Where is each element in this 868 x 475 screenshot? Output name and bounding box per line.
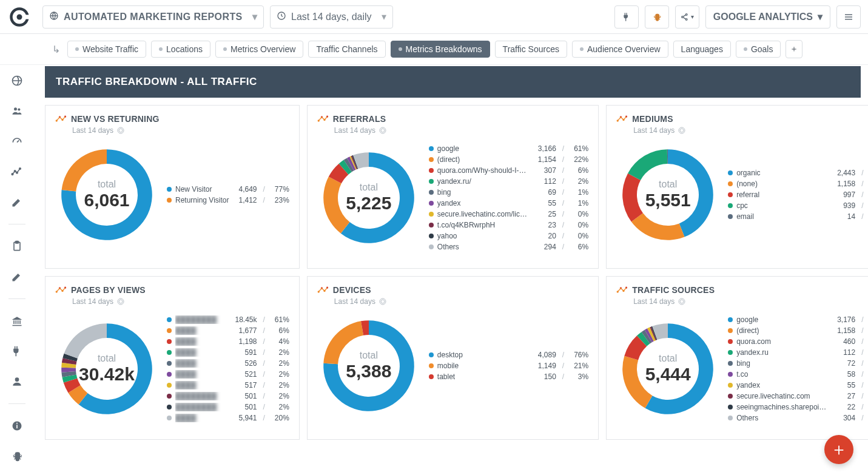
legend-bullet xyxy=(429,157,434,162)
legend-value: 14 xyxy=(831,212,855,221)
tab-label: Locations xyxy=(166,44,203,54)
dot-icon xyxy=(159,47,163,51)
info-icon[interactable] xyxy=(6,415,28,437)
svg-point-13 xyxy=(16,172,18,173)
add-tab-button[interactable]: ＋ xyxy=(786,40,802,58)
legend-bullet xyxy=(167,187,172,192)
legend-bullet xyxy=(429,352,434,357)
total-value: 5,444 xyxy=(645,364,691,385)
legend-row: (direct)1,158/21% xyxy=(728,325,868,336)
share-button[interactable]: ▾ xyxy=(675,5,699,29)
legend-value: 18.45k xyxy=(233,315,257,324)
legend-row: (direct)1,154/22% xyxy=(429,154,588,165)
plug-icon[interactable] xyxy=(6,340,28,362)
legend-row: referral997/18% xyxy=(728,189,868,200)
legend-name: ████ xyxy=(175,359,229,368)
legend-pct: 22% xyxy=(570,155,588,164)
dot-icon xyxy=(75,47,79,51)
legend-name: (direct) xyxy=(736,326,827,335)
legend-name: Returning Visitor xyxy=(175,196,229,204)
svg-point-43 xyxy=(119,300,123,303)
legend-value: 27 xyxy=(831,392,855,400)
legend-bullet xyxy=(728,339,733,344)
tabs-row: ↳ Website TrafficLocationsMetrics Overvi… xyxy=(0,34,868,65)
legend-value: 1,149 xyxy=(532,362,556,370)
legend-value: 304 xyxy=(831,414,855,422)
people-icon[interactable] xyxy=(6,100,28,122)
legend-bullet xyxy=(429,363,434,368)
account-icon[interactable] xyxy=(6,371,28,392)
tab-traffic-sources[interactable]: Traffic Sources xyxy=(495,41,567,58)
legend-name: seeingmachines.sharepoint… xyxy=(736,403,827,411)
svg-point-25 xyxy=(119,129,123,132)
legend-pct: 0% xyxy=(570,210,588,218)
bug-button[interactable] xyxy=(645,5,669,29)
tab-languages[interactable]: Languages xyxy=(673,41,731,58)
widget-subtitle: Last 14 days xyxy=(334,126,588,135)
legend-row: yandex55/1% xyxy=(728,380,868,391)
legend-bullet xyxy=(728,203,733,208)
legend-row: ████1,198/4% xyxy=(167,336,289,347)
tab-label: Traffic Channels xyxy=(316,44,377,54)
tab-traffic-channels[interactable]: Traffic Channels xyxy=(308,41,385,58)
legend-pct: 23% xyxy=(271,196,289,204)
tab-metrics-overview[interactable]: Metrics Overview xyxy=(215,41,303,58)
legend-row: ████1,677/6% xyxy=(167,325,289,336)
legend-name: ████████ xyxy=(175,315,229,324)
plug-button[interactable] xyxy=(614,5,639,29)
legend-bullet xyxy=(728,214,733,219)
legend-name: Others xyxy=(736,414,827,422)
svg-point-12 xyxy=(14,170,16,172)
tab-metrics-breakdowns[interactable]: Metrics Breakdowns xyxy=(391,41,490,58)
legend-name: organic xyxy=(736,169,827,177)
clipboard-icon[interactable] xyxy=(6,235,28,257)
legend-row: ████████501/2% xyxy=(167,402,289,413)
legend-name: ████ xyxy=(175,337,229,346)
widget-referrals: REFERRALSLast 14 daystotal5,225google3,1… xyxy=(307,105,599,269)
chevron-down-icon: ▾ xyxy=(252,11,257,22)
widget-devices: DEVICESLast 14 daystotal5,388desktop4,08… xyxy=(307,276,599,440)
legend-row: ████5,941/20% xyxy=(167,413,289,423)
legend-pct: 1% xyxy=(570,188,588,197)
legend-row: tablet150/3% xyxy=(429,371,588,382)
connector-selector[interactable]: GOOGLE ANALYTICS ▾ xyxy=(705,5,830,29)
widget-pages-by-views: PAGES BY VIEWSLast 14 daystotal30.42k███… xyxy=(45,276,300,440)
connector-label: GOOGLE ANALYTICS xyxy=(713,12,813,22)
tab-locations[interactable]: Locations xyxy=(151,41,210,58)
legend-row: t.co58/1% xyxy=(728,369,868,380)
svg-rect-16 xyxy=(16,241,19,243)
chart-line-icon[interactable] xyxy=(6,161,28,183)
tab-website-traffic[interactable]: Website Traffic xyxy=(67,41,146,58)
bug-icon[interactable] xyxy=(6,445,28,467)
svg-point-20 xyxy=(16,423,18,424)
legend-row: ████517/2% xyxy=(167,380,289,391)
edit-icon[interactable] xyxy=(6,266,28,288)
total-value: 5,551 xyxy=(645,190,691,211)
svg-point-55 xyxy=(680,300,684,303)
legend-value: 2,443 xyxy=(831,169,855,177)
legend-pct: 0% xyxy=(570,232,588,240)
total-label: total xyxy=(360,350,378,361)
pencil-icon[interactable] xyxy=(6,191,28,213)
legend-pct: 2% xyxy=(570,177,588,186)
date-selector[interactable]: Last 14 days, daily ▾ xyxy=(270,5,393,29)
tab-goals[interactable]: Goals xyxy=(736,41,781,58)
legend-row: quora.com460/8% xyxy=(728,336,868,347)
legend-pct: 77% xyxy=(271,185,289,194)
fab-add-button[interactable]: ＋ xyxy=(824,435,853,464)
globe-icon[interactable] xyxy=(6,70,28,92)
legend: ████████18.45k/61%████1,677/6%████1,198/… xyxy=(167,314,289,423)
legend-pct: 4% xyxy=(271,337,289,346)
legend-bullet xyxy=(167,416,172,420)
widget-new-vs-returning: NEW VS RETURNINGLast 14 daystotal6,061Ne… xyxy=(45,105,300,269)
bank-icon[interactable] xyxy=(6,310,28,332)
legend-pct: 61% xyxy=(271,315,289,324)
donut-chart: total5,444 xyxy=(616,317,719,420)
legend-bullet xyxy=(429,244,434,249)
menu-button[interactable] xyxy=(836,5,861,29)
dot-icon xyxy=(580,47,584,51)
report-selector[interactable]: AUTOMATED MARKETING REPORTS ▾ xyxy=(42,5,264,29)
speed-icon[interactable] xyxy=(6,130,28,152)
tab-audience-overview[interactable]: Audience Overview xyxy=(572,41,668,58)
legend-row: ████521/2% xyxy=(167,369,289,380)
